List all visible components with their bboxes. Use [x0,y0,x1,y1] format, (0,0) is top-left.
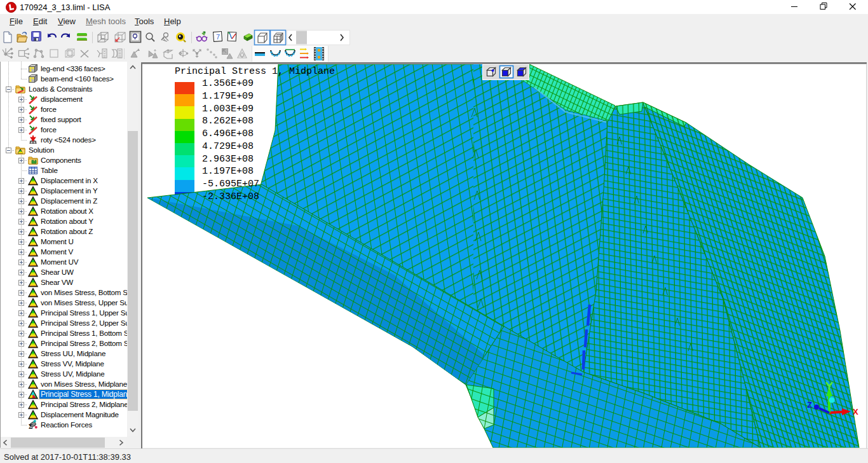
svg-text:7: 7 [216,33,220,41]
svg-text:X: X [853,407,858,417]
svg-text:Σ: Σ [29,423,33,430]
svg-text:Z: Z [807,400,812,410]
